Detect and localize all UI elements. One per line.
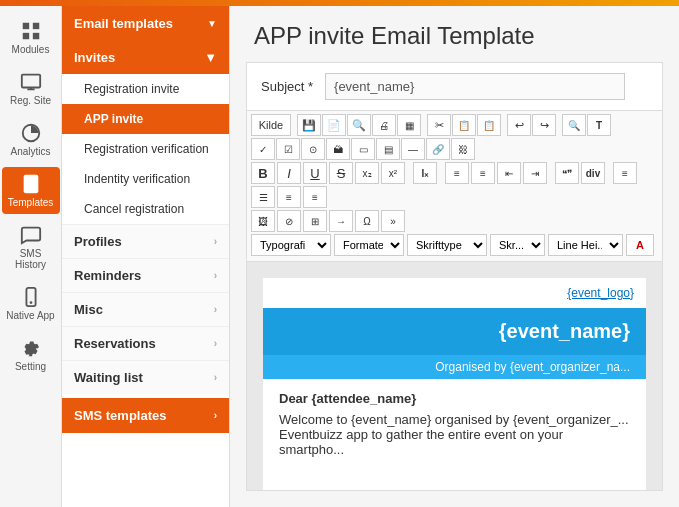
sms-templates-header[interactable]: SMS templates › xyxy=(62,398,229,433)
sidebar-item-setting[interactable]: Setting xyxy=(2,331,60,378)
toolbar-table-btn[interactable]: ▤ xyxy=(376,138,400,160)
toolbar-source-btn[interactable]: Kilde xyxy=(251,114,291,136)
sidebar-item-native-app[interactable]: Native App xyxy=(2,280,60,327)
sidebar-label-modules: Modules xyxy=(12,44,50,55)
misc-category[interactable]: Misc › xyxy=(62,292,229,326)
toolbar-hline-btn[interactable]: — xyxy=(401,138,425,160)
toolbar-aligncenter-btn[interactable]: ☰ xyxy=(251,186,275,208)
event-organizer-bar: Organised by {event_organizer_na... xyxy=(263,355,646,379)
toolbar-template-btn[interactable]: ▦ xyxy=(397,114,421,136)
reservations-label: Reservations xyxy=(74,336,156,351)
toolbar-strike-btn[interactable]: S xyxy=(329,162,353,184)
toolbar-indent-btn[interactable]: ⇥ xyxy=(523,162,547,184)
misc-arrow: › xyxy=(214,304,217,315)
event-name-text: {event_name} xyxy=(499,320,630,342)
identity-verification-item[interactable]: Indentity verification xyxy=(62,164,229,194)
sidebar-item-modules[interactable]: Modules xyxy=(2,14,60,61)
registration-invite-item[interactable]: Registration invite xyxy=(62,74,229,104)
toolbar-outdent-btn[interactable]: ⇤ xyxy=(497,162,521,184)
body-text: Welcome to {event_name} organised by {ev… xyxy=(279,412,630,457)
toolbar-alignleft-btn[interactable]: ≡ xyxy=(613,162,637,184)
toolbar-alignright-btn[interactable]: ≡ xyxy=(277,186,301,208)
email-text-content: Dear {attendee_name} Welcome to {event_n… xyxy=(263,379,646,475)
toolbar-unlink-btn[interactable]: ⛓ xyxy=(451,138,475,160)
toolbar-arrow-btn[interactable]: → xyxy=(329,210,353,232)
page-title: APP invite Email Template xyxy=(230,6,679,62)
toolbar-checkbox-btn[interactable]: ✓ xyxy=(251,138,275,160)
toolbar-replace-btn[interactable]: T xyxy=(587,114,611,136)
toolbar-italic-btn[interactable]: I xyxy=(277,162,301,184)
svg-rect-2 xyxy=(22,33,28,39)
toolbar-arrow2-btn[interactable]: » xyxy=(381,210,405,232)
toolbar-orderedlist-btn[interactable]: ≡ xyxy=(445,162,469,184)
waiting-list-label: Waiting list xyxy=(74,370,143,385)
reminders-category[interactable]: Reminders › xyxy=(62,258,229,292)
toolbar-removeformat-btn[interactable]: Iₓ xyxy=(413,162,437,184)
toolbar-div-btn[interactable]: div xyxy=(581,162,605,184)
lineheight-select[interactable]: Line Hei... xyxy=(548,234,623,256)
toolbar-omega-btn[interactable]: Ω xyxy=(355,210,379,232)
toolbar-superscript-btn[interactable]: x² xyxy=(381,162,405,184)
email-templates-header[interactable]: Email templates ▼ xyxy=(62,6,229,41)
toolbar-subscript-btn[interactable]: x₂ xyxy=(355,162,379,184)
invites-header[interactable]: Invites ▼ xyxy=(62,41,229,74)
cancel-registration-item[interactable]: Cancel registration xyxy=(62,194,229,224)
toolbar-radio-btn[interactable]: ⊙ xyxy=(301,138,325,160)
reservations-category[interactable]: Reservations › xyxy=(62,326,229,360)
toolbar-copy-btn[interactable]: 📋 xyxy=(452,114,476,136)
sidebar-item-analytics[interactable]: Analytics xyxy=(2,116,60,163)
misc-label: Misc xyxy=(74,302,103,317)
toolbar-justify-btn[interactable]: ≡ xyxy=(303,186,327,208)
email-templates-arrow: ▼ xyxy=(207,18,217,29)
sms-templates-label: SMS templates xyxy=(74,408,166,423)
toolbar-circle-btn[interactable]: ⊘ xyxy=(277,210,301,232)
waiting-list-arrow: › xyxy=(214,372,217,383)
profiles-category[interactable]: Profiles › xyxy=(62,224,229,258)
profiles-label: Profiles xyxy=(74,234,122,249)
greeting-text: Dear {attendee_name} xyxy=(279,391,416,406)
font-select[interactable]: Skrifttype xyxy=(407,234,487,256)
toolbar-table2-btn[interactable]: ⊞ xyxy=(303,210,327,232)
waiting-list-category[interactable]: Waiting list › xyxy=(62,360,229,394)
registration-verification-item[interactable]: Registration verification xyxy=(62,134,229,164)
toolbar-blockquote-btn[interactable]: ❝❞ xyxy=(555,162,579,184)
toolbar-undo-btn[interactable]: ↩ xyxy=(507,114,531,136)
toolbar-preview-btn[interactable]: 🔍 xyxy=(347,114,371,136)
cancel-registration-label: Cancel registration xyxy=(84,202,184,216)
sidebar-label-reg-site: Reg. Site xyxy=(10,95,51,106)
toolbar-find-btn[interactable]: 🔍 xyxy=(562,114,586,136)
toolbar-bold-btn[interactable]: B xyxy=(251,162,275,184)
format-select[interactable]: Typografi xyxy=(251,234,331,256)
toolbar-cut-btn[interactable]: ✂ xyxy=(427,114,451,136)
toolbar-redo-btn[interactable]: ↪ xyxy=(532,114,556,136)
sidebar-item-sms-history[interactable]: SMS History xyxy=(2,218,60,276)
toolbar-newdoc-btn[interactable]: 📄 xyxy=(322,114,346,136)
toolbar-img2-btn[interactable]: 🖼 xyxy=(251,210,275,232)
email-preview: {event_logo} {event_name} Organised by {… xyxy=(247,262,662,490)
event-organizer-text: Organised by {event_organizer_na... xyxy=(435,360,630,374)
toolbar-link-btn[interactable]: 🔗 xyxy=(426,138,450,160)
toolbar-underline-btn[interactable]: U xyxy=(303,162,327,184)
toolbar-paste-btn[interactable]: 📋 xyxy=(477,114,501,136)
reminders-label: Reminders xyxy=(74,268,141,283)
app-invite-item[interactable]: APP invite xyxy=(62,104,229,134)
subject-label: Subject * xyxy=(261,79,313,94)
svg-rect-9 xyxy=(27,183,34,184)
sidebar-item-templates[interactable]: Templates xyxy=(2,167,60,214)
toolbar-flash-btn[interactable]: ▭ xyxy=(351,138,375,160)
fontsize-select[interactable]: Skr... xyxy=(490,234,545,256)
event-logo-row: {event_logo} xyxy=(263,278,646,308)
toolbar-unorderedlist-btn[interactable]: ≡ xyxy=(471,162,495,184)
toolbar-save-btn[interactable]: 💾 xyxy=(297,114,321,136)
profiles-arrow: › xyxy=(214,236,217,247)
sidebar-label-setting: Setting xyxy=(15,361,46,372)
subject-input[interactable] xyxy=(325,73,625,100)
toolbar-image-btn[interactable]: 🏔 xyxy=(326,138,350,160)
color-btn[interactable]: A xyxy=(626,234,654,256)
event-logo-link: {event_logo} xyxy=(567,286,634,300)
toolbar-print-btn[interactable]: 🖨 xyxy=(372,114,396,136)
toolbar-checkbox2-btn[interactable]: ☑ xyxy=(276,138,300,160)
registration-invite-label: Registration invite xyxy=(84,82,179,96)
formate-select[interactable]: Formate... xyxy=(334,234,404,256)
sidebar-item-reg-site[interactable]: Reg. Site xyxy=(2,65,60,112)
